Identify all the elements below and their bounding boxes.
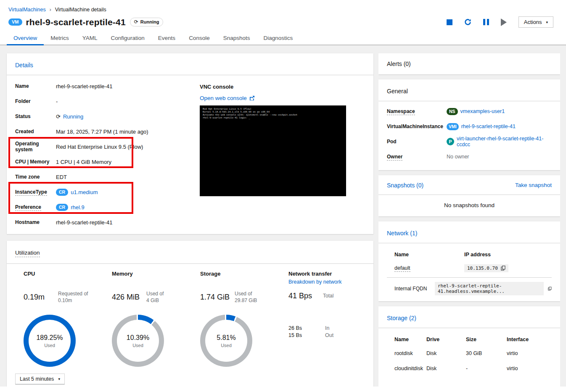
instancetype-link[interactable]: u1.medium xyxy=(71,189,98,195)
network-total-label: Total xyxy=(323,292,333,299)
memory-title: Memory xyxy=(112,271,192,277)
network-transfer-utilization: Network transfer Breakdown by network 41… xyxy=(280,271,368,367)
ip-address-chip: 10.135.0.70 xyxy=(464,264,508,272)
duration-select[interactable]: Last 5 minutes ▾ xyxy=(15,374,65,384)
storage-row-rootdisk: rootdisk Disk 30 GiB virtio xyxy=(387,346,552,361)
page-title: rhel-9-scarlet-reptile-41 xyxy=(26,17,126,27)
general-row-namespace: Namespace NSvmexamples-user1 xyxy=(387,104,552,119)
details-label: Time zone xyxy=(15,174,56,180)
cpu-title: CPU xyxy=(24,271,103,277)
cpu-value: 0.19m xyxy=(24,293,58,302)
cpu-utilization: CPU 0.19m Requested of0.10m 189.25%Used xyxy=(15,271,103,367)
chevron-down-icon: ▾ xyxy=(546,20,548,24)
details-row-cpu-memory: CPU | Memory1 CPU | 4 GiB Memory xyxy=(15,154,194,169)
owner-value: No owner xyxy=(447,154,469,160)
divider xyxy=(387,277,552,278)
details-value: Red Hat Enterprise Linux 9.5 (Plow) xyxy=(56,144,143,150)
status-pill[interactable]: ⟳ Running xyxy=(130,18,164,26)
general-label: Pod xyxy=(387,139,447,145)
general-title: General xyxy=(378,79,560,101)
alerts-title[interactable]: Alerts (0) xyxy=(378,53,560,74)
vnc-console-screen[interactable]: Red Hat Enterprise Linux 9.5 (Plow) Kern… xyxy=(200,105,346,196)
network-row-default: default 10.135.0.70 xyxy=(387,261,552,275)
details-row-timezone: Time zoneEDT xyxy=(15,169,194,184)
details-row-hostname: Hostnamerhel-9-scarlet-reptile-41 xyxy=(15,215,194,230)
external-link-icon xyxy=(249,95,255,101)
page-header: VirtualMachines › VirtualMachine details… xyxy=(0,0,566,31)
network-card: Network (1) Name IP address default 10.1… xyxy=(378,221,560,301)
storage-donut-chart: 5.81%Used xyxy=(200,315,252,367)
details-card: Details Namerhel-9-scarlet-reptile-41 Fo… xyxy=(7,53,373,234)
breakdown-by-network-link[interactable]: Breakdown by network xyxy=(288,279,341,285)
cr-badge: CR xyxy=(56,204,68,211)
storage-card: Storage (2) Name Drive Size Interface ro… xyxy=(378,306,560,387)
stop-vm-button[interactable] xyxy=(447,19,452,25)
vmi-link[interactable]: rhel-9-scarlet-reptile-41 xyxy=(461,124,516,129)
general-row-pod: Pod Pvirt-launcher-rhel-9-scarlet-reptil… xyxy=(387,134,552,149)
tab-overview[interactable]: Overview xyxy=(7,31,44,45)
pause-icon xyxy=(483,19,489,25)
details-row-status: Status ⟳Running xyxy=(15,109,194,124)
snapshots-title-link[interactable]: Snapshots (0) xyxy=(387,182,423,189)
take-snapshot-link[interactable]: Take snapshot xyxy=(515,182,552,189)
breadcrumb-virtualmachines-link[interactable]: VirtualMachines xyxy=(8,7,46,13)
tab-snapshots[interactable]: Snapshots xyxy=(217,31,257,45)
pause-vm-button[interactable] xyxy=(483,19,489,25)
namespace-link[interactable]: vmexamples-user1 xyxy=(460,108,505,114)
memory-donut-chart: 10.39%Used xyxy=(112,315,164,367)
copy-icon[interactable] xyxy=(548,286,552,291)
actions-dropdown-label: Actions xyxy=(524,19,542,25)
copy-icon[interactable] xyxy=(501,266,505,271)
breadcrumb-current: VirtualMachine details xyxy=(55,7,106,13)
details-row-name: Namerhel-9-scarlet-reptile-41 xyxy=(15,79,194,94)
details-row-folder: Folder- xyxy=(15,94,194,109)
snapshots-empty-state: No snapshots found xyxy=(378,195,560,216)
storage-value: 1.74 GiB xyxy=(200,293,235,302)
network-title-link[interactable]: Network (1) xyxy=(387,230,417,237)
restart-vm-button[interactable] xyxy=(464,18,471,26)
storage-title-link[interactable]: Storage (2) xyxy=(387,315,416,321)
actions-dropdown-button[interactable]: Actions ▾ xyxy=(518,16,553,28)
network-in-out: 26 Bs15 Bs InOut xyxy=(288,325,368,339)
general-label: Namespace xyxy=(387,108,415,115)
restart-icon xyxy=(464,18,471,26)
stop-icon xyxy=(447,19,452,25)
status-running-link[interactable]: Running xyxy=(63,113,83,120)
tab-yaml[interactable]: YAML xyxy=(76,31,104,45)
tab-metrics[interactable]: Metrics xyxy=(44,31,76,45)
general-label: Owner xyxy=(387,154,402,160)
namespace-badge: NS xyxy=(447,108,458,115)
snapshots-card: Snapshots (0) Take snapshot No snapshots… xyxy=(378,175,560,216)
details-description-list: Namerhel-9-scarlet-reptile-41 Folder- St… xyxy=(15,79,194,230)
storage-title: Storage xyxy=(200,271,280,277)
network-table-header: Name IP address xyxy=(387,248,552,261)
details-label: Name xyxy=(15,83,56,89)
breadcrumb-chevron-icon: › xyxy=(50,7,51,13)
details-label: Hostname xyxy=(15,219,56,225)
details-value: EDT xyxy=(56,174,67,180)
general-card: General Namespace NSvmexamples-user1 Vir… xyxy=(378,79,560,170)
tab-events[interactable]: Events xyxy=(151,31,182,45)
breadcrumb: VirtualMachines › VirtualMachine details xyxy=(8,7,556,13)
internal-fqdn-label: Internal FQDN xyxy=(394,286,431,292)
cr-badge: CR xyxy=(56,189,68,196)
details-value: - xyxy=(56,98,58,105)
tab-configuration[interactable]: Configuration xyxy=(104,31,151,45)
details-title-link[interactable]: Details xyxy=(15,62,33,68)
details-value: 1 CPU | 4 GiB Memory xyxy=(56,159,111,165)
open-web-console-link[interactable]: Open web console xyxy=(200,95,247,101)
details-label: Preference xyxy=(15,204,41,211)
pod-link[interactable]: virt-launcher-rhel-9-scarlet-reptile-41-… xyxy=(457,136,552,147)
sync-icon: ⟳ xyxy=(56,113,61,120)
preference-link[interactable]: rhel.9 xyxy=(71,204,85,210)
vnc-console-section: VNC console Open web console Red Hat Ent… xyxy=(200,79,346,230)
play-icon xyxy=(501,18,507,26)
vmi-badge: VMI xyxy=(447,123,459,130)
details-row-preference: Preference CRrhel.9 xyxy=(15,200,194,215)
utilization-card: Utilization CPU 0.19m Requested of0.10m … xyxy=(7,241,373,387)
cpu-donut-chart: 189.25%Used xyxy=(24,315,76,367)
tab-console[interactable]: Console xyxy=(182,31,217,45)
tab-diagnostics[interactable]: Diagnostics xyxy=(257,31,299,45)
start-vm-button-disabled[interactable] xyxy=(501,18,507,26)
details-value: rhel-9-scarlet-reptile-41 xyxy=(56,83,112,89)
